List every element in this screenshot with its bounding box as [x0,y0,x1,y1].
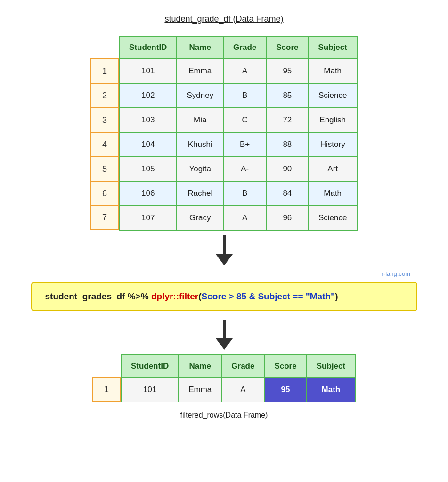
top-row-2-score: 85 [266,83,308,108]
top-row-4-grade: B+ [223,132,266,157]
top-row-4-subject: History [308,132,357,157]
top-index-7: 7 [90,205,119,230]
filter-red: dplyr::filter [151,291,198,301]
top-title: student_grade_df (Data Frame) [164,14,283,24]
bottom-header-name: Name [179,355,221,378]
top-row-5-studentId: 105 [119,157,177,181]
top-row-1-studentId: 101 [119,59,177,83]
top-header-subject: Subject [308,36,357,59]
top-row-6-score: 84 [266,181,308,206]
arrow2 [216,320,233,350]
top-row-7-grade: A [223,206,266,230]
top-index-4: 4 [90,132,119,156]
top-header-name: Name [177,36,223,59]
bottom-header-subject: Subject [307,355,355,378]
top-row-7-studentId: 107 [119,206,177,230]
top-index-6: 6 [90,181,119,205]
filter-black1: student_grades_df %>% [45,291,151,301]
top-row-4-studentId: 104 [119,132,177,157]
bottom-header-score: Score [264,355,306,378]
filtered-index-1: 1 [92,377,121,402]
bottom-table-wrapper: 1 StudentIDNameGradeScoreSubject101EmmaA… [92,354,356,402]
top-header-grade: Grade [223,36,266,59]
bottom-row-1-subject: Math [307,378,355,402]
top-row-3-subject: English [308,108,357,132]
arrow1 [216,235,233,265]
filter-black3: ) [335,291,338,301]
top-row-1-grade: A [223,59,266,83]
top-header-score: Score [266,36,308,59]
bottom-title: filtered_rows(Data Frame) [180,411,268,419]
top-row-2-name: Sydney [177,83,223,108]
top-row-6-name: Rachel [177,181,223,206]
top-row-5-subject: Art [308,157,357,181]
top-row-1-name: Emma [177,59,223,83]
top-row-1-subject: Math [308,59,357,83]
filter-blue: Score > 85 & Subject == "Math" [202,291,335,301]
top-row-5-grade: A- [223,157,266,181]
top-row-3-score: 72 [266,108,308,132]
top-row-2-grade: B [223,83,266,108]
top-row-6-grade: B [223,181,266,206]
top-index-col: 1234567 [90,58,119,230]
top-row-5-name: Yogita [177,157,223,181]
top-row-7-subject: Science [308,206,357,230]
top-row-7-name: Gracy [177,206,223,230]
top-index-3: 3 [90,107,119,132]
top-row-3-grade: C [223,108,266,132]
bottom-header-grade: Grade [221,355,264,378]
bottom-row-1-score: 95 [264,378,306,402]
top-row-6-subject: Math [308,181,357,206]
top-table: StudentIDNameGradeScoreSubject101EmmaA95… [119,36,358,231]
top-row-2-subject: Science [308,83,357,108]
top-index-1: 1 [90,58,119,83]
bottom-row-1-studentId: 101 [121,378,179,402]
bottom-row-1-grade: A [221,378,264,402]
top-row-4-score: 88 [266,132,308,157]
top-header-studentid: StudentID [119,36,177,59]
top-index-2: 2 [90,83,119,107]
top-table-wrapper: 1234567 StudentIDNameGradeScoreSubject10… [90,36,358,231]
top-row-1-score: 95 [266,59,308,83]
top-row-3-studentId: 103 [119,108,177,132]
bottom-table: StudentIDNameGradeScoreSubject101EmmaA95… [121,354,356,402]
top-index-5: 5 [90,156,119,181]
top-row-2-studentId: 102 [119,83,177,108]
bottom-header-studentid: StudentID [121,355,179,378]
bottom-row-1-name: Emma [179,378,221,402]
filter-code-box: student_grades_df %>% dplyr::filter(Scor… [31,282,417,311]
top-row-6-studentId: 106 [119,181,177,206]
watermark: r-lang.com [9,270,439,277]
top-row-3-name: Mia [177,108,223,132]
top-row-7-score: 96 [266,206,308,230]
top-row-4-name: Khushi [177,132,223,157]
top-row-5-score: 90 [266,157,308,181]
